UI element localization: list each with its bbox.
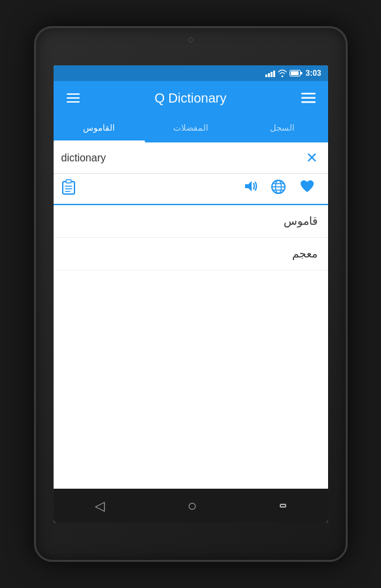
status-icons: 3:03 <box>265 69 321 78</box>
tab-dictionary[interactable]: القاموس <box>54 115 145 142</box>
svg-rect-6 <box>63 182 75 194</box>
search-input[interactable] <box>61 152 303 164</box>
svg-rect-7 <box>66 180 71 183</box>
svg-rect-1 <box>301 72 303 74</box>
battery-icon <box>290 69 303 77</box>
app-title: Q Dictionary <box>85 91 297 106</box>
result-item-2[interactable]: معجم <box>54 238 328 270</box>
front-camera <box>188 37 193 42</box>
status-bar: 3:03 <box>54 65 328 81</box>
menu-icon <box>301 93 316 103</box>
signal-icon <box>265 69 275 77</box>
tabs-bar: القاموس المفضلات السجل <box>54 115 328 142</box>
favorite-heart-icon[interactable] <box>299 179 315 199</box>
close-icon: ✕ <box>306 150 318 166</box>
overflow-menu-button[interactable] <box>61 86 85 110</box>
svg-rect-2 <box>291 71 299 75</box>
recents-button[interactable] <box>267 498 299 513</box>
back-icon: ◁ <box>95 498 105 514</box>
result-item-1[interactable]: قاموس <box>54 205 328 238</box>
tablet-device: 3:03 Q Dictionary <box>34 26 348 562</box>
svg-rect-5 <box>301 101 316 103</box>
speaker-icon[interactable] <box>243 179 257 199</box>
results-container: قاموس معجم <box>54 205 328 489</box>
tab-favorites[interactable]: المفضلات <box>145 115 237 142</box>
globe-icon[interactable] <box>271 179 286 199</box>
tab-history[interactable]: السجل <box>237 115 328 142</box>
action-row <box>54 174 328 205</box>
svg-rect-3 <box>301 93 316 95</box>
clipboard-icon[interactable] <box>61 179 76 199</box>
home-icon: ○ <box>188 497 197 515</box>
svg-rect-4 <box>301 97 316 99</box>
bottom-nav: ◁ ○ <box>54 489 328 523</box>
recents-icon <box>280 504 286 508</box>
hamburger-menu-button[interactable] <box>297 86 320 110</box>
status-time: 3:03 <box>305 69 321 78</box>
vertical-dots-icon <box>67 93 80 103</box>
home-button[interactable]: ○ <box>174 491 210 520</box>
clear-button[interactable]: ✕ <box>303 147 320 169</box>
app-bar: Q Dictionary <box>54 81 328 115</box>
wifi-icon <box>278 69 287 77</box>
tablet-screen: 3:03 Q Dictionary <box>54 65 328 523</box>
back-button[interactable]: ◁ <box>82 493 118 519</box>
search-bar: ✕ <box>54 142 328 174</box>
action-icons-right <box>243 179 320 199</box>
